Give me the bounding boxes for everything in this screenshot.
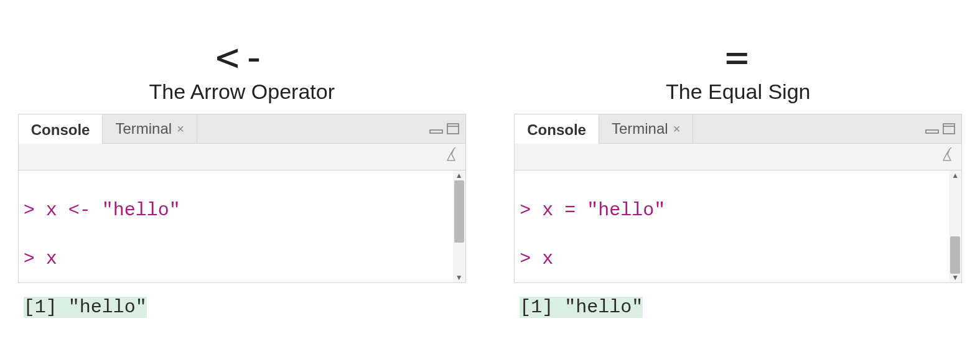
code-line-1: x = "hello" (542, 200, 665, 221)
tab-terminal-label: Terminal (612, 120, 668, 137)
output-line: [1] "hello" (24, 297, 147, 318)
tab-console[interactable]: Console (515, 114, 599, 144)
svg-rect-5 (943, 124, 954, 134)
minimize-pane-icon[interactable] (429, 124, 443, 134)
left-console-toolbar (19, 144, 465, 170)
scroll-up-icon[interactable]: ▲ (455, 172, 463, 179)
scroll-down-icon[interactable]: ▼ (951, 274, 959, 281)
arrow-operator-column: <- The Arrow Operator Console Terminal × (18, 37, 466, 283)
equal-sign-column: = The Equal Sign Console Terminal × (514, 37, 962, 283)
prompt: > (24, 200, 46, 221)
tab-terminal-label: Terminal (115, 120, 172, 137)
right-tabbar: Console Terminal × (515, 114, 961, 144)
comparison-row: <- The Arrow Operator Console Terminal × (0, 0, 980, 289)
close-icon[interactable]: × (177, 123, 184, 135)
right-code-body[interactable]: > x = "hello" > x [1] "hello" > (515, 170, 949, 282)
equal-symbol: = (725, 37, 752, 77)
pane-window-controls (919, 114, 961, 143)
svg-rect-4 (926, 130, 938, 133)
prompt: > (520, 200, 542, 221)
prompt: > (24, 248, 46, 269)
scroll-up-icon[interactable]: ▲ (951, 172, 959, 179)
output-line: [1] "hello" (520, 297, 643, 318)
arrow-symbol: <- (215, 37, 268, 77)
svg-rect-1 (447, 124, 459, 134)
arrow-title: The Arrow Operator (149, 80, 335, 104)
tab-console-label: Console (527, 121, 586, 139)
right-console-toolbar (515, 144, 961, 170)
scroll-thumb[interactable] (950, 236, 960, 274)
tab-terminal[interactable]: Terminal × (599, 114, 693, 143)
broom-icon[interactable] (443, 147, 459, 166)
broom-icon[interactable] (939, 147, 955, 166)
maximize-pane-icon[interactable] (943, 123, 955, 134)
code-line-1: x <- "hello" (46, 200, 180, 221)
left-code-area[interactable]: > x <- "hello" > x [1] "hello" > ▲ ▼ (19, 170, 465, 282)
close-icon[interactable]: × (673, 123, 681, 135)
prompt: > (520, 248, 542, 269)
tab-terminal[interactable]: Terminal × (103, 114, 197, 143)
maximize-pane-icon[interactable] (447, 123, 459, 134)
vertical-scrollbar[interactable]: ▲ ▼ (453, 170, 465, 282)
code-line-2: x (46, 248, 57, 269)
code-line-2: x (542, 248, 553, 269)
equal-title: The Equal Sign (666, 80, 811, 104)
scroll-down-icon[interactable]: ▼ (455, 274, 463, 281)
left-tabbar: Console Terminal × (19, 114, 465, 144)
vertical-scrollbar[interactable]: ▲ ▼ (949, 170, 961, 282)
tab-console-label: Console (31, 121, 90, 139)
svg-line-3 (454, 147, 455, 149)
left-code-body[interactable]: > x <- "hello" > x [1] "hello" > (19, 170, 453, 282)
svg-rect-0 (430, 130, 442, 133)
right-code-area[interactable]: > x = "hello" > x [1] "hello" > ▲ ▼ (515, 170, 961, 282)
svg-line-7 (950, 147, 951, 149)
left-console-panel: Console Terminal × (18, 114, 466, 283)
tab-console[interactable]: Console (19, 114, 103, 144)
scroll-thumb[interactable] (454, 180, 464, 243)
pane-window-controls (423, 114, 465, 143)
minimize-pane-icon[interactable] (925, 124, 939, 134)
right-console-panel: Console Terminal × (514, 114, 962, 283)
